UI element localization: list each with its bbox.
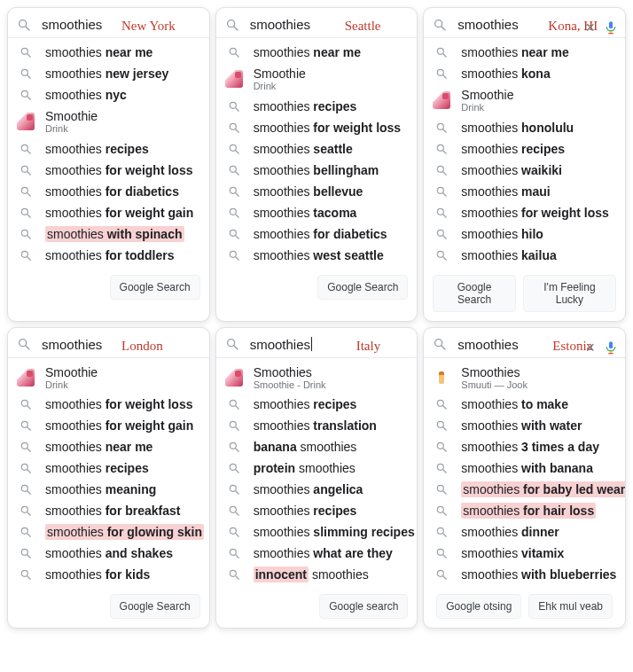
suggestion-text: smoothies for diabetics (45, 184, 179, 199)
suggestion-text: smoothies with blueberries (461, 567, 616, 582)
location-annotation: London (121, 339, 163, 354)
suggestion-row[interactable]: smoothies near me (216, 42, 418, 63)
suggestion-row[interactable]: smoothies with spinach (8, 223, 209, 245)
suggestion-row[interactable]: smoothies for weight loss (8, 160, 209, 181)
suggestion-row[interactable]: smoothies nyc (8, 84, 209, 105)
close-icon[interactable]: × (585, 20, 595, 35)
suggestion-row[interactable]: smoothies with banana (424, 457, 625, 479)
entity-suggestion[interactable]: Smoothies Smoothie - Drink (216, 362, 418, 395)
suggestion-row[interactable]: smoothies recipes (8, 138, 209, 160)
suggestion-row[interactable]: smoothies to make (424, 394, 625, 415)
search-icon (435, 228, 448, 240)
suggestion-row[interactable]: smoothies for kids (8, 564, 209, 585)
suggestion-row[interactable]: smoothies for weight loss (424, 202, 625, 223)
suggestion-row[interactable]: smoothies 3 times a day (424, 436, 625, 457)
search-row[interactable]: smoothies Estonia × (424, 333, 625, 358)
suggestion-row[interactable]: protein smoothies (216, 457, 418, 479)
suggestion-row[interactable]: smoothies for toddlers (8, 245, 209, 266)
suggestion-row[interactable]: smoothies hilo (424, 223, 625, 245)
suggestion-row[interactable]: smoothies slimming recipes (216, 521, 418, 543)
button-row: Google Search (216, 266, 418, 300)
mic-icon[interactable] (604, 339, 618, 356)
search-icon (228, 504, 240, 517)
search-input-text[interactable]: smoothies (250, 337, 310, 352)
suggestion-row[interactable]: smoothies maui (424, 181, 625, 202)
search-button[interactable]: Google Search (110, 594, 200, 619)
suggestion-row[interactable]: smoothies new jersey (8, 63, 209, 84)
suggestion-row[interactable]: smoothies and shakes (8, 543, 209, 564)
search-button[interactable]: Ehk mul veab (528, 594, 613, 619)
suggestion-row[interactable]: smoothies angelica (216, 479, 418, 500)
suggestion-text: smoothies for breakfast (45, 504, 181, 518)
suggestion-row[interactable]: banana smoothies (216, 436, 418, 457)
suggestion-row[interactable]: smoothies what are they (216, 543, 418, 564)
search-input-text[interactable]: smoothies (457, 337, 518, 352)
search-button[interactable]: Google Search (110, 275, 200, 300)
search-row[interactable]: smoothies Seattle (216, 13, 418, 38)
suggestion-row[interactable]: smoothies recipes (8, 457, 209, 479)
suggestion-row[interactable]: smoothies dinner (424, 521, 625, 543)
suggestion-row[interactable]: smoothies for diabetics (8, 181, 209, 202)
suggestion-row[interactable]: smoothies waikiki (424, 160, 625, 181)
entity-suggestion[interactable]: Smoothie Drink (8, 105, 209, 138)
suggestion-row[interactable]: smoothies for weight gain (8, 202, 209, 223)
suggestion-row[interactable]: smoothies for breakfast (8, 500, 209, 521)
suggestion-text: smoothies seattle (254, 142, 353, 156)
suggestion-row[interactable]: smoothies near me (8, 436, 209, 457)
suggestion-row[interactable]: smoothies recipes (424, 138, 625, 160)
search-input-text[interactable]: smoothies (42, 17, 102, 32)
suggestion-row[interactable]: smoothies tacoma (216, 202, 418, 223)
search-icon (228, 483, 240, 496)
suggestion-row[interactable]: smoothies seattle (216, 138, 418, 160)
suggestion-row[interactable]: smoothies near me (8, 42, 209, 63)
entity-suggestion[interactable]: Smoothie Drink (8, 362, 209, 395)
suggestion-row[interactable]: innocent smoothies (216, 564, 418, 585)
suggestion-row[interactable]: smoothies with water (424, 415, 625, 436)
suggestion-text: smoothies for weight loss (45, 163, 193, 177)
suggestion-row[interactable]: smoothies recipes (216, 500, 418, 521)
search-row[interactable]: smoothies Kona, HI × (424, 13, 625, 38)
suggestion-row[interactable]: smoothies near me (424, 42, 625, 63)
entity-subtitle: Drink (45, 379, 98, 391)
search-button[interactable]: I'm Feeling Lucky (523, 275, 616, 312)
mic-icon[interactable] (604, 19, 618, 36)
suggestion-row[interactable]: smoothies meaning (8, 479, 209, 500)
suggestion-row[interactable]: smoothies for weight loss (8, 394, 209, 415)
search-button[interactable]: Google Search (433, 275, 516, 312)
entity-suggestion[interactable]: Smoothie Drink (424, 84, 625, 117)
suggestion-row[interactable]: smoothies for weight gain (8, 415, 209, 436)
search-input-text[interactable]: smoothies (457, 17, 518, 32)
suggestion-row[interactable]: smoothies translation (216, 415, 418, 436)
suggestion-row[interactable]: smoothies kona (424, 63, 625, 84)
entity-title: Smoothies (254, 365, 326, 379)
suggestion-row[interactable]: smoothies with blueberries (424, 564, 625, 585)
close-icon[interactable]: × (585, 340, 595, 356)
search-button[interactable]: Google search (319, 594, 408, 619)
search-input-text[interactable]: smoothies (42, 337, 102, 352)
suggestion-row[interactable]: smoothies recipes (216, 96, 418, 117)
suggestion-row[interactable]: smoothies for baby led weaning (424, 479, 625, 500)
suggestion-row[interactable]: smoothies west seattle (216, 245, 418, 266)
search-row[interactable]: smoothies Italy (216, 333, 418, 358)
search-button[interactable]: Google Search (317, 275, 408, 300)
suggestion-row[interactable]: smoothies honolulu (424, 117, 625, 138)
button-row: Google otsingEhk mul veab (424, 585, 625, 619)
suggestion-row[interactable]: smoothies kailua (424, 245, 625, 266)
suggestion-row[interactable]: smoothies for hair loss (424, 500, 625, 521)
search-row[interactable]: smoothies New York (8, 13, 209, 38)
suggestion-row[interactable]: smoothies vitamix (424, 543, 625, 564)
suggestion-row[interactable]: smoothies for diabetics (216, 223, 418, 245)
suggestion-row[interactable]: smoothies for glowing skin (8, 521, 209, 543)
location-annotation: Italy (356, 339, 381, 354)
search-icon (228, 398, 240, 410)
entity-thumbnail-icon (433, 91, 450, 109)
search-row[interactable]: smoothies London (8, 333, 209, 358)
search-button[interactable]: Google otsing (436, 594, 521, 619)
suggestion-row[interactable]: smoothies recipes (216, 394, 418, 415)
entity-suggestion[interactable]: Smoothies Smuuti — Jook (424, 362, 625, 395)
search-input-text[interactable]: smoothies (250, 17, 310, 32)
suggestion-row[interactable]: smoothies bellevue (216, 181, 418, 202)
entity-suggestion[interactable]: Smoothie Drink (216, 63, 418, 96)
suggestion-row[interactable]: smoothies for weight loss (216, 117, 418, 138)
suggestion-row[interactable]: smoothies bellingham (216, 160, 418, 181)
